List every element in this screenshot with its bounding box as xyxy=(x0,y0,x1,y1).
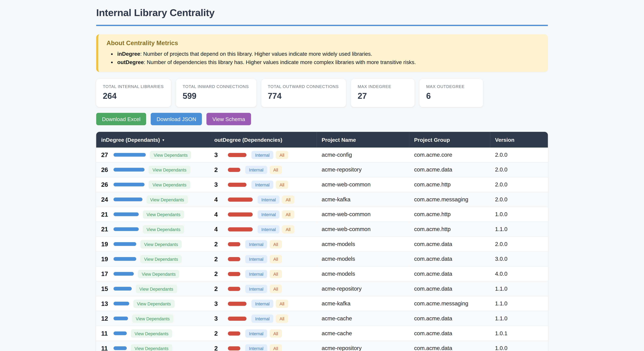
indegree-cell: 21View Dependants xyxy=(96,207,209,222)
column-header-indegree[interactable]: inDegree (Dependants)▾ xyxy=(96,132,209,148)
all-filter-link[interactable]: All xyxy=(270,255,282,263)
stat-value: 264 xyxy=(103,91,164,101)
project-version-cell: 1.0.0 xyxy=(490,341,548,351)
view-dependants-button[interactable]: View Dependants xyxy=(149,166,190,174)
table-row: 13View Dependants3InternalAllacme-kafkac… xyxy=(96,296,548,311)
stat-label: TOTAL INTERNAL LIBRARIES xyxy=(103,84,164,89)
view-dependants-button[interactable]: View Dependants xyxy=(140,240,182,248)
metric-description: : Number of dependencies this library ha… xyxy=(144,59,416,65)
view-dependants-button[interactable]: View Dependants xyxy=(131,329,172,337)
internal-filter-link[interactable]: Internal xyxy=(245,240,267,248)
project-name-cell: acme-web-common xyxy=(317,177,409,192)
view-dependants-button[interactable]: View Dependants xyxy=(140,255,182,263)
indegree-value: 26 xyxy=(101,166,114,173)
download-excel-button[interactable]: Download Excel xyxy=(96,113,146,125)
all-filter-link[interactable]: All xyxy=(276,314,288,322)
stats-row: TOTAL INTERNAL LIBRARIES264TOTAL INWARD … xyxy=(96,79,548,107)
stat-label: TOTAL OUTWARD CONNECTIONS xyxy=(268,84,338,89)
project-name: acme-kafka xyxy=(322,300,350,307)
internal-filter-link[interactable]: Internal xyxy=(258,225,280,233)
outdegree-cell: 2InternalAll xyxy=(209,326,317,341)
internal-filter-link[interactable]: Internal xyxy=(252,151,274,159)
internal-filter-link[interactable]: Internal xyxy=(245,270,267,278)
metric-term: outDegree xyxy=(117,59,144,65)
outdegree-value: 3 xyxy=(214,181,222,188)
internal-filter-link[interactable]: Internal xyxy=(245,344,267,351)
project-name: acme-web-common xyxy=(322,181,370,188)
all-filter-link[interactable]: All xyxy=(270,270,282,278)
outdegree-cell: 4InternalAll xyxy=(209,192,317,207)
view-dependants-button[interactable]: View Dependants xyxy=(132,314,174,322)
table-row: 11View Dependants2InternalAllacme-cachec… xyxy=(96,326,548,341)
outdegree-value: 2 xyxy=(214,345,222,351)
all-filter-link[interactable]: All xyxy=(276,299,288,308)
outdegree-value: 3 xyxy=(214,315,222,322)
view-dependants-button[interactable]: View Dependants xyxy=(149,180,190,189)
all-filter-link[interactable]: All xyxy=(270,284,282,293)
all-filter-link[interactable]: All xyxy=(270,329,282,337)
outdegree-bar xyxy=(228,153,246,157)
internal-filter-link[interactable]: Internal xyxy=(245,329,267,337)
view-schema-button[interactable]: View Schema xyxy=(206,113,251,125)
project-group-cell: com.acme.data xyxy=(409,251,490,266)
project-version-cell: 1.0.0 xyxy=(490,207,548,222)
project-name: acme-web-common xyxy=(322,226,370,232)
project-name: acme-web-common xyxy=(322,211,370,217)
project-group: com.acme.data xyxy=(414,271,452,277)
all-filter-link[interactable]: All xyxy=(276,180,288,189)
outdegree-cell: 3InternalAll xyxy=(209,311,317,326)
all-filter-link[interactable]: All xyxy=(282,225,294,233)
indegree-cell: 17View Dependants xyxy=(96,266,209,281)
view-dependants-button[interactable]: View Dependants xyxy=(138,270,179,278)
metric-description: : Number of projects that depend on this… xyxy=(140,51,372,57)
indegree-bar xyxy=(114,168,145,171)
outdegree-cell: 3InternalAll xyxy=(209,177,317,192)
stat-card: TOTAL INTERNAL LIBRARIES264 xyxy=(96,79,171,107)
view-dependants-button[interactable]: View Dependants xyxy=(143,225,184,233)
stat-value: 599 xyxy=(183,91,249,101)
all-filter-link[interactable]: All xyxy=(270,344,282,351)
view-dependants-button[interactable]: View Dependants xyxy=(131,344,172,351)
project-group-cell: com.acme.data xyxy=(409,341,490,351)
column-header-project[interactable]: Project Name xyxy=(317,132,409,148)
project-group: com.acme.data xyxy=(414,345,452,351)
internal-filter-link[interactable]: Internal xyxy=(252,180,274,189)
indegree-value: 27 xyxy=(101,151,114,158)
all-filter-link[interactable]: All xyxy=(270,166,282,174)
all-filter-link[interactable]: All xyxy=(282,210,294,218)
internal-filter-link[interactable]: Internal xyxy=(258,210,280,218)
column-header-outdegree[interactable]: outDegree (Dependencies) xyxy=(209,132,317,148)
outdegree-bar xyxy=(228,168,240,172)
all-filter-link[interactable]: All xyxy=(282,195,294,203)
internal-filter-link[interactable]: Internal xyxy=(245,284,267,293)
internal-filter-link[interactable]: Internal xyxy=(245,255,267,263)
table-row: 24View Dependants4InternalAllacme-kafkac… xyxy=(96,192,548,207)
internal-filter-link[interactable]: Internal xyxy=(252,299,274,308)
column-header-project[interactable]: Project Group xyxy=(409,132,490,148)
view-dependants-button[interactable]: View Dependants xyxy=(146,195,188,203)
table-row: 19View Dependants2InternalAllacme-models… xyxy=(96,251,548,266)
internal-filter-link[interactable]: Internal xyxy=(258,195,280,203)
view-dependants-button[interactable]: View Dependants xyxy=(150,151,191,159)
table-row: 27View Dependants3InternalAllacme-config… xyxy=(96,148,548,162)
indegree-value: 21 xyxy=(101,226,114,233)
project-version-cell: 2.0.0 xyxy=(490,177,548,192)
internal-filter-link[interactable]: Internal xyxy=(252,314,274,322)
view-dependants-button[interactable]: View Dependants xyxy=(133,299,175,308)
outdegree-value: 2 xyxy=(214,285,222,292)
outdegree-value: 3 xyxy=(214,151,222,158)
indegree-cell: 11View Dependants xyxy=(96,326,209,341)
view-dependants-button[interactable]: View Dependants xyxy=(136,284,177,293)
download-json-button[interactable]: Download JSON xyxy=(151,113,202,125)
project-version-cell: 2.0.0 xyxy=(490,192,548,207)
all-filter-link[interactable]: All xyxy=(270,240,282,248)
table-row: 17View Dependants2InternalAllacme-models… xyxy=(96,266,548,281)
internal-filter-link[interactable]: Internal xyxy=(245,166,267,174)
indegree-cell: 26View Dependants xyxy=(96,162,209,177)
outdegree-bar xyxy=(228,227,253,231)
project-group: com.acme.http xyxy=(414,226,451,232)
all-filter-link[interactable]: All xyxy=(276,151,288,159)
about-bullet: inDegree: Number of projects that depend… xyxy=(117,50,540,58)
column-header-version[interactable]: Version xyxy=(490,132,548,148)
view-dependants-button[interactable]: View Dependants xyxy=(143,210,184,218)
